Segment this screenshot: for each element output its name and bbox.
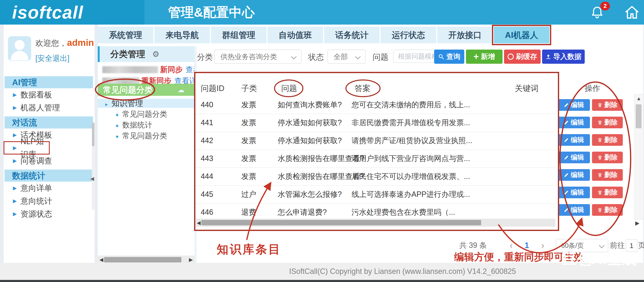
cloud-sync-icon[interactable]: ☁ bbox=[178, 84, 184, 96]
home-icon[interactable] bbox=[624, 4, 640, 21]
triangle-icon: ▶ bbox=[13, 194, 17, 207]
page-size-select[interactable]: 60条/页 bbox=[556, 239, 608, 252]
pagination-prev[interactable]: ‹ bbox=[510, 239, 513, 252]
collapse-icon[interactable]: ◀ bbox=[90, 176, 94, 182]
delete-button[interactable]: 删除 bbox=[592, 204, 623, 216]
view-link[interactable]: 查看 bbox=[186, 65, 194, 74]
edit-button[interactable]: 编辑 bbox=[558, 204, 590, 216]
pagination-page-unit: 页 bbox=[638, 239, 644, 252]
col-header-actions: 操作 bbox=[584, 83, 600, 94]
main-nav-tabs: 系统管理来电导航群组管理自动值班话务统计运行状态开放接口AI机器人 bbox=[98, 27, 549, 43]
tree-child-node[interactable]: ◆数据统计 bbox=[98, 120, 194, 130]
cell-subtype: 发票 bbox=[241, 132, 256, 149]
cell-answer: 您可在交清未缴纳的费用后，线上... bbox=[352, 96, 510, 113]
sidebar-menu-row[interactable]: ▶机器人管理 bbox=[4, 101, 95, 114]
nav-tab[interactable]: 群组管理 bbox=[211, 27, 266, 43]
nav-tab[interactable]: 来电导航 bbox=[154, 27, 210, 43]
category-h-scrollbar[interactable]: ◀ ▶ bbox=[98, 255, 194, 264]
cell-subtype: 发票 bbox=[241, 114, 256, 131]
pagination-current-page[interactable]: 1 bbox=[524, 239, 529, 252]
import-data-button[interactable]: 导入数据 bbox=[542, 50, 585, 64]
sidebar-menu-row[interactable]: AI管理 bbox=[4, 76, 93, 88]
table-row[interactable]: 443 发票 水质检测报告在哪里查看? 请用户到线下营业厅咨询网点与营... bbox=[194, 150, 557, 168]
scroll-up-icon[interactable]: ▲ bbox=[634, 96, 644, 101]
cell-question-id: 441 bbox=[201, 114, 213, 131]
table-row[interactable]: 444 发票 水质检测报告在哪里查看? 居民住宅不可以办理增值税发票、... bbox=[194, 168, 557, 186]
gear-icon[interactable]: ⚙ bbox=[152, 46, 159, 62]
sidebar-scrollbar[interactable] bbox=[92, 122, 94, 210]
sidebar-menu-row[interactable]: ▶意向详单 bbox=[4, 182, 95, 194]
delete-button[interactable]: 删除 bbox=[592, 169, 623, 181]
cell-question: 水管漏水怎么报修? bbox=[278, 186, 342, 203]
category-select[interactable]: 供热业务咨询分类 bbox=[214, 50, 302, 64]
cell-question-id: 443 bbox=[201, 150, 213, 167]
sidebar-menu-row[interactable]: ▶意向统计 bbox=[4, 194, 95, 207]
nav-tab[interactable]: 系统管理 bbox=[98, 27, 153, 43]
operation-row: 编辑 删除 bbox=[558, 184, 628, 201]
chevron-down-icon bbox=[355, 54, 361, 59]
cell-question: 水质检测报告在哪里查看? bbox=[278, 168, 364, 185]
sidebar-menu-row[interactable]: ▶资源状态 bbox=[4, 207, 95, 220]
edit-button[interactable]: 编辑 bbox=[558, 99, 590, 111]
scroll-left-icon[interactable]: ◀ bbox=[100, 257, 103, 263]
delete-button[interactable]: 删除 bbox=[592, 99, 623, 111]
nav-tab[interactable]: 自动值班 bbox=[268, 27, 323, 43]
nav-tab[interactable]: 运行状态 bbox=[381, 27, 436, 43]
logout-link[interactable]: [安全退出] bbox=[35, 53, 70, 64]
delete-button[interactable]: 删除 bbox=[592, 152, 623, 163]
delete-button[interactable]: 删除 bbox=[592, 134, 623, 146]
scroll-right-icon[interactable]: ▶ bbox=[189, 257, 193, 263]
table-h-scrollbar[interactable]: ◀ bbox=[196, 219, 556, 227]
nav-tab[interactable]: 话务统计 bbox=[324, 27, 380, 43]
category-tree: ◆常见问题分类◆数据统计◆常见问题分类 bbox=[98, 109, 194, 141]
cell-question: 停水通知如何获取? bbox=[278, 132, 342, 149]
cell-question-id: 444 bbox=[201, 168, 213, 185]
knowledge-table: 440 发票 如何查询水费账单? 您可在交清未缴纳的费用后，线上... 441 … bbox=[194, 96, 557, 222]
sidebar: 欢迎您，admin [安全退出] AI管理▶数据看板▶机器人管理对话流▶话术模板… bbox=[4, 25, 95, 264]
table-row[interactable]: 440 发票 如何查询水费账单? 您可在交清未缴纳的费用后，线上... bbox=[194, 96, 557, 114]
table-row[interactable]: 445 过户 水管漏水怎么报修? 线上可选择泰速办APP进行办理或... bbox=[194, 186, 557, 204]
category-row-redacted[interactable]: 新同步查看 bbox=[98, 65, 194, 74]
trash-icon bbox=[597, 190, 602, 195]
cell-subtype: 发票 bbox=[241, 150, 256, 167]
scrollbar-thumb[interactable] bbox=[104, 257, 182, 262]
nav-tab[interactable]: 开放接口 bbox=[437, 27, 493, 43]
sidebar-menu-row[interactable]: ▶问卷调查 bbox=[4, 154, 95, 167]
table-row[interactable]: 442 发票 停水通知如何获取? 请携带房产证/租赁协议及营业执照... bbox=[194, 132, 557, 150]
edit-button[interactable]: 编辑 bbox=[558, 152, 590, 163]
scrollbar-thumb[interactable] bbox=[636, 104, 642, 128]
edit-button[interactable]: 编辑 bbox=[558, 117, 590, 128]
sidebar-menu-row[interactable]: ▶数据看板 bbox=[4, 88, 95, 101]
flush-cache-button[interactable]: 刷缓存 bbox=[504, 50, 540, 64]
tree-child-node[interactable]: ◆常见问题分类 bbox=[98, 109, 194, 120]
sidebar-menu-row[interactable]: 数据统计 bbox=[4, 170, 93, 182]
edit-button[interactable]: 编辑 bbox=[558, 169, 590, 181]
pagination-next[interactable]: › bbox=[541, 239, 544, 252]
col-header-answer: 答案 bbox=[355, 83, 370, 94]
sidebar-menu-row[interactable]: ▶NLP知识库 bbox=[4, 141, 50, 154]
delete-button[interactable]: 删除 bbox=[592, 117, 623, 128]
nav-tab[interactable]: AI机器人 bbox=[494, 27, 549, 43]
sidebar-menu: AI管理▶数据看板▶机器人管理对话流▶话术模板▶NLP知识库▶问卷调查数据统计▶… bbox=[4, 74, 95, 220]
category-panel-header: 分类管理 ⚙ bbox=[98, 46, 194, 62]
notification-count-badge[interactable]: 2 bbox=[600, 2, 610, 11]
edit-button[interactable]: 编辑 bbox=[558, 187, 590, 198]
query-button[interactable]: 查询 bbox=[434, 50, 464, 64]
active-category-row[interactable]: 常见问题分类 ☁ bbox=[98, 84, 194, 96]
goto-page-input[interactable] bbox=[626, 239, 637, 252]
trash-icon bbox=[597, 137, 602, 143]
table-v-scrollbar[interactable]: ▲ bbox=[634, 94, 644, 219]
scrollbar-thumb[interactable] bbox=[201, 220, 481, 225]
pencil-icon bbox=[564, 190, 569, 195]
tree-child-node[interactable]: ◆常见问题分类 bbox=[98, 130, 194, 141]
tree-node-knowledge[interactable]: ▸知识管理 bbox=[98, 99, 194, 108]
table-row[interactable]: 441 发票 停水通知如何获取? 非居民缴费需开具增值税专用发票... bbox=[194, 114, 557, 132]
scroll-right-icon[interactable]: ▶ bbox=[635, 220, 640, 226]
resync-link[interactable]: 新同步 bbox=[160, 65, 183, 74]
sidebar-menu-row[interactable]: 对话流 bbox=[4, 116, 93, 129]
edit-button[interactable]: 编辑 bbox=[558, 134, 590, 146]
delete-button[interactable]: 删除 bbox=[592, 187, 623, 198]
scroll-left-icon[interactable]: ◀ bbox=[197, 220, 200, 226]
status-select[interactable]: 全部 bbox=[328, 50, 366, 64]
add-button[interactable]: + 新增 bbox=[466, 50, 502, 64]
